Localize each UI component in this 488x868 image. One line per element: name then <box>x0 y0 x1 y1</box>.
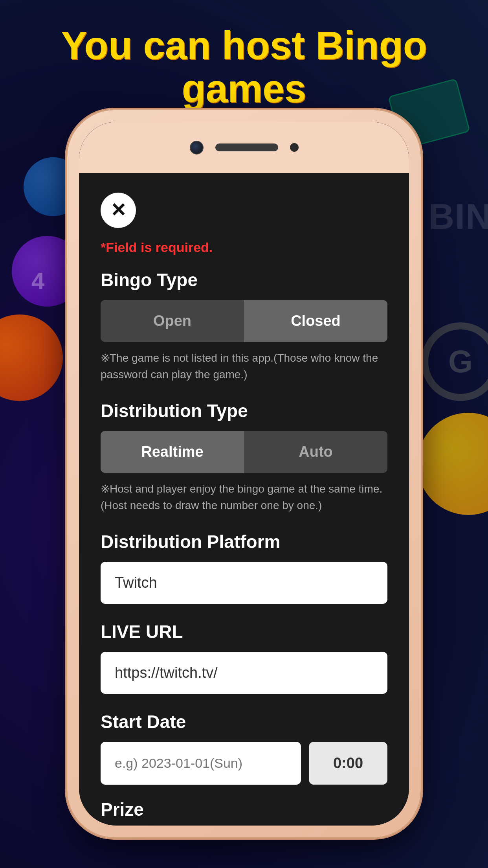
phone-inner: ✕ *Field is required. Bingo Type Open Cl… <box>79 122 409 826</box>
screen-content: ✕ *Field is required. Bingo Type Open Cl… <box>79 173 409 826</box>
deco-g-circle: G <box>421 322 488 401</box>
deco-number-4: 4 <box>31 267 44 294</box>
prize-label: Prize <box>101 799 387 820</box>
distribution-realtime-button[interactable]: Realtime <box>101 431 244 473</box>
phone-frame: ✕ *Field is required. Bingo Type Open Cl… <box>67 110 421 837</box>
deco-ball-3 <box>417 413 488 515</box>
start-date-label: Start Date <box>101 711 387 732</box>
distribution-platform-input[interactable] <box>101 562 387 604</box>
start-date-input[interactable] <box>101 742 301 785</box>
start-date-row: 0:00 <box>101 742 387 785</box>
bingo-type-closed-button[interactable]: Closed <box>244 300 387 342</box>
time-picker-button[interactable]: 0:00 <box>309 742 387 785</box>
required-field-text: *Field is required. <box>101 240 387 255</box>
distribution-type-note: ※Host and player enjoy the bingo game at… <box>101 481 387 514</box>
distribution-type-label: Distribution Type <box>101 400 387 421</box>
deco-ball-1 <box>0 314 63 401</box>
speaker-bar <box>215 143 278 151</box>
distribution-platform-label: Distribution Platform <box>101 531 387 552</box>
front-camera <box>190 141 204 154</box>
bingo-type-open-button[interactable]: Open <box>101 300 244 342</box>
live-url-label: LIVE URL <box>101 621 387 642</box>
bingo-type-toggle: Open Closed <box>101 300 387 342</box>
bingo-type-note: ※The game is not listed in this app.(Tho… <box>101 350 387 383</box>
camera-dot <box>290 143 299 152</box>
distribution-auto-button[interactable]: Auto <box>244 431 387 473</box>
close-icon: ✕ <box>110 201 126 220</box>
close-button[interactable]: ✕ <box>101 193 136 228</box>
distribution-type-toggle: Realtime Auto <box>101 431 387 473</box>
live-url-input[interactable] <box>101 652 387 694</box>
phone-top-bar <box>79 122 409 173</box>
deco-bin-text: BIN <box>429 197 488 237</box>
bingo-type-label: Bingo Type <box>101 269 387 291</box>
prize-section: Prize <box>101 799 387 820</box>
phone-screen: ✕ *Field is required. Bingo Type Open Cl… <box>79 173 409 826</box>
